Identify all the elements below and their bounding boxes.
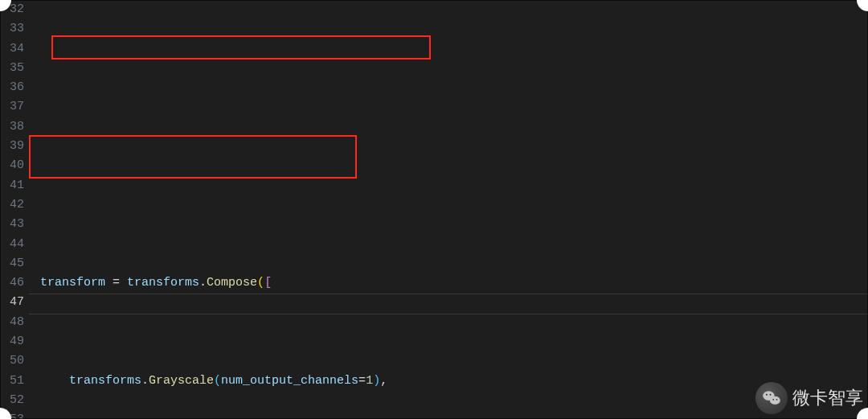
token-op	[120, 276, 127, 290]
line-number: 32	[0, 0, 29, 19]
token-op: =	[358, 374, 366, 388]
token-comma: ,	[380, 374, 387, 388]
line-number: 46	[0, 273, 29, 293]
code-line[interactable]: transform = transforms.Compose([	[40, 273, 868, 293]
line-number: 42	[0, 195, 29, 215]
token-dot: .	[141, 374, 149, 388]
line-number: 52	[0, 391, 29, 410]
line-number: 40	[0, 156, 29, 175]
token-module: transforms	[127, 276, 199, 290]
line-number: 51	[0, 372, 29, 391]
line-number: 47	[0, 293, 29, 312]
line-number: 43	[0, 215, 29, 234]
code-area[interactable]: transform = transforms.Compose([ transfo…	[29, 0, 868, 419]
svg-point-3	[770, 394, 772, 396]
current-line-highlight	[29, 294, 868, 314]
watermark-text: 微卡智享	[792, 388, 863, 408]
line-number: 33	[0, 19, 29, 39]
line-number: 50	[0, 351, 29, 371]
indent	[40, 374, 69, 388]
token-op: =	[113, 276, 120, 290]
token-bracket: [	[264, 276, 272, 290]
token-kwarg: num_output_channels	[221, 374, 358, 388]
line-gutter: 32 33 34 35 36 37 38 39 40 41 42 43 44 4…	[0, 0, 29, 419]
line-number: 34	[0, 39, 29, 59]
line-number: 39	[0, 137, 29, 156]
line-number: 48	[0, 313, 29, 332]
token-paren: )	[373, 374, 380, 388]
code-line[interactable]	[40, 176, 868, 195]
svg-point-1	[770, 396, 780, 405]
highlight-box-imagefolder	[29, 135, 357, 179]
svg-point-2	[766, 394, 768, 396]
svg-point-5	[776, 399, 778, 401]
wechat-icon	[755, 382, 788, 414]
line-number: 35	[0, 59, 29, 78]
token-var: transform	[40, 276, 105, 290]
token-dot: .	[199, 276, 207, 290]
token-paren: (	[257, 276, 264, 290]
line-number: 53	[0, 410, 29, 419]
token-num: 1	[366, 374, 373, 388]
watermark: 微卡智享	[755, 382, 863, 414]
token-module: transforms	[69, 374, 141, 388]
line-number: 36	[0, 78, 29, 97]
code-line[interactable]: transforms.Grayscale(num_output_channels…	[40, 372, 868, 391]
svg-point-4	[772, 399, 774, 401]
token-paren: (	[214, 374, 221, 388]
line-number: 38	[0, 117, 29, 137]
highlight-box-grayscale	[51, 35, 431, 60]
line-number: 41	[0, 176, 29, 195]
line-number: 44	[0, 235, 29, 254]
line-number: 49	[0, 332, 29, 351]
code-editor[interactable]: 32 33 34 35 36 37 38 39 40 41 42 43 44 4…	[0, 0, 868, 419]
token-op	[105, 276, 113, 290]
line-number: 37	[0, 97, 29, 117]
token-class: Compose	[207, 276, 257, 290]
line-number: 45	[0, 254, 29, 273]
token-class: Grayscale	[149, 374, 214, 388]
